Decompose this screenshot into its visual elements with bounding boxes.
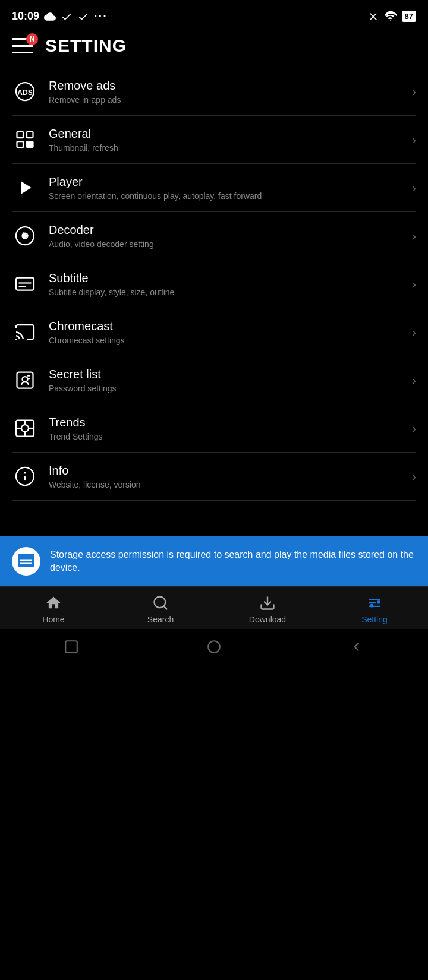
chevron-right-icon: › (412, 133, 416, 147)
setting-item-secret-list[interactable]: Secret list Password settings › (12, 356, 416, 404)
nav-home-label: Home (42, 615, 64, 624)
svg-point-16 (21, 425, 29, 432)
time-display: 10:09 (12, 10, 39, 23)
secret-list-icon (12, 367, 38, 393)
setting-content-trends: Trends Trend Settings (49, 416, 401, 441)
svg-point-28 (370, 604, 373, 608)
chevron-right-icon: › (412, 277, 416, 291)
back-button[interactable] (347, 637, 366, 656)
setting-title-info: Info (49, 464, 401, 478)
setting-title-trends: Trends (49, 416, 401, 429)
setting-content-remove-ads: Remove ads Remove in-app ads (49, 79, 401, 105)
setting-item-general[interactable]: General Thumbnail, refresh › (12, 116, 416, 164)
info-icon (12, 463, 38, 489)
svg-rect-9 (16, 278, 34, 290)
nav-home[interactable]: Home (0, 594, 107, 624)
setting-item-trends[interactable]: Trends Trend Settings › (12, 404, 416, 453)
nav-download-label: Download (249, 615, 286, 624)
recent-apps-button[interactable] (62, 637, 81, 656)
menu-button-wrap[interactable]: N (12, 38, 33, 53)
setting-item-player[interactable]: Player Screen orientation, continuous pl… (12, 164, 416, 212)
chevron-right-icon: › (412, 470, 416, 483)
status-left: 10:09 ··· (12, 10, 108, 23)
chevron-right-icon: › (412, 374, 416, 387)
setting-item-subtitle[interactable]: Subtitle Subtitle display, style, size, … (12, 260, 416, 308)
home-icon (45, 594, 62, 612)
setting-item-remove-ads[interactable]: ADS Remove ads Remove in-app ads › (12, 68, 416, 116)
setting-subtitle-decoder: Audio, video decoder setting (49, 239, 401, 249)
setting-content-player: Player Screen orientation, continuous pl… (49, 175, 401, 201)
setting-subtitle-chromecast: Chromecast settings (49, 336, 401, 345)
nav-setting[interactable]: Setting (321, 594, 428, 624)
setting-item-info[interactable]: Info Website, license, version › (12, 453, 416, 501)
cloud-icon (44, 11, 56, 23)
x-icon (367, 11, 379, 23)
setting-title-general: General (49, 127, 401, 141)
setting-title-remove-ads: Remove ads (49, 79, 401, 93)
search-icon (152, 594, 169, 612)
player-icon (12, 175, 38, 201)
bottom-nav: Home Search Download Se (0, 586, 428, 629)
setting-title-secret-list: Secret list (49, 368, 401, 381)
battery-display: 87 (402, 11, 416, 22)
trends-icon (12, 415, 38, 441)
svg-rect-5 (27, 141, 33, 148)
svg-rect-3 (27, 132, 33, 138)
setting-content-general: General Thumbnail, refresh (49, 127, 401, 153)
home-button[interactable] (204, 637, 224, 656)
check-icon-1 (61, 11, 73, 23)
decoder-icon (12, 223, 38, 249)
dots-icon: ··· (94, 10, 108, 23)
svg-rect-4 (17, 141, 24, 148)
setting-subtitle-general: Thumbnail, refresh (49, 143, 401, 153)
check-icon-2 (77, 11, 89, 23)
setting-icon (366, 594, 383, 612)
svg-point-30 (208, 641, 220, 653)
status-bar: 10:09 ··· 87 (0, 0, 428, 30)
settings-list: ADS Remove ads Remove in-app ads › Gener… (0, 68, 428, 501)
wifi-icon (384, 10, 397, 23)
status-right: 87 (367, 10, 416, 23)
chromecast-icon (12, 319, 38, 345)
page-title: SETTING (45, 36, 127, 56)
setting-title-chromecast: Chromecast (49, 320, 401, 333)
setting-subtitle-secret-list: Password settings (49, 384, 401, 393)
setting-item-decoder[interactable]: Decoder Audio, video decoder setting › (12, 212, 416, 260)
chevron-right-icon: › (412, 422, 416, 435)
svg-text:ADS: ADS (17, 88, 32, 97)
nav-download[interactable]: Download (214, 594, 321, 624)
storage-icon (12, 547, 40, 576)
general-icon (12, 127, 38, 153)
chevron-right-icon: › (412, 85, 416, 99)
svg-point-24 (24, 472, 26, 473)
setting-title-player: Player (49, 175, 401, 189)
setting-subtitle-player: Screen orientation, continuous play, aut… (49, 191, 401, 201)
svg-point-27 (377, 600, 380, 604)
setting-content-decoder: Decoder Audio, video decoder setting (49, 223, 401, 249)
setting-subtitle-remove-ads: Remove in-app ads (49, 95, 401, 105)
setting-title-subtitle: Subtitle (49, 271, 401, 285)
setting-item-chromecast[interactable]: Chromecast Chromecast settings › (12, 308, 416, 356)
svg-point-14 (23, 377, 28, 382)
banner-text: Storage access permission is required to… (50, 548, 416, 575)
notification-badge: N (26, 33, 38, 45)
svg-rect-2 (17, 132, 24, 138)
setting-content-secret-list: Secret list Password settings (49, 368, 401, 393)
chevron-right-icon: › (412, 325, 416, 339)
chevron-right-icon: › (412, 181, 416, 195)
system-nav-bar (0, 629, 428, 667)
nav-search[interactable]: Search (107, 594, 214, 624)
setting-subtitle-subtitle: Subtitle display, style, size, outline (49, 287, 401, 297)
setting-content-subtitle: Subtitle Subtitle display, style, size, … (49, 271, 401, 297)
subtitle-icon (12, 271, 38, 297)
setting-title-decoder: Decoder (49, 223, 401, 237)
setting-subtitle-trends: Trend Settings (49, 432, 401, 441)
setting-content-chromecast: Chromecast Chromecast settings (49, 320, 401, 345)
setting-subtitle-info: Website, license, version (49, 480, 401, 489)
svg-rect-29 (65, 641, 77, 653)
header: N SETTING (0, 30, 428, 68)
download-icon (259, 594, 276, 612)
chevron-right-icon: › (412, 229, 416, 243)
ads-icon: ADS (12, 78, 38, 105)
storage-permission-banner: Storage access permission is required to… (0, 536, 428, 586)
